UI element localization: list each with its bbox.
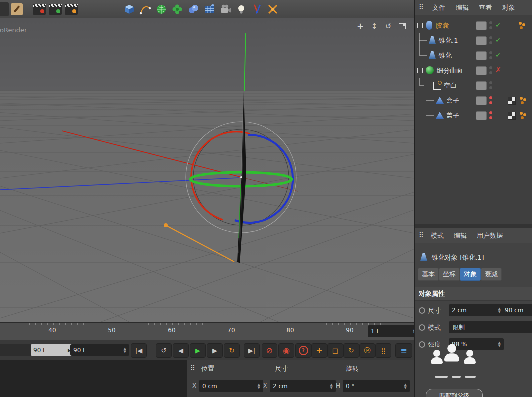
- layer-chip[interactable]: [476, 111, 487, 120]
- key-scale-button[interactable]: □: [327, 343, 343, 358]
- timeline-ruler[interactable]: 40 50 60 70 80 90 1 F ▲▼: [0, 322, 414, 340]
- visibility-dots[interactable]: [489, 36, 492, 44]
- deformer-icon[interactable]: [249, 1, 265, 18]
- tree-row-taper[interactable]: 锥化 ✓: [415, 48, 532, 63]
- panel-grip-icon[interactable]: ⠿: [419, 3, 424, 11]
- subdivision-surface-icon[interactable]: [153, 1, 169, 18]
- object-label[interactable]: 盖子: [446, 111, 459, 120]
- key-parameter-button[interactable]: Ⓟ: [359, 343, 375, 358]
- spinner-arrows-icon[interactable]: ▲▼: [330, 383, 333, 389]
- expand-collapse-toggle[interactable]: [424, 83, 429, 88]
- panel-grip-icon[interactable]: ⠿: [419, 231, 424, 239]
- size-field-2[interactable]: 90 cm ▲▼: [502, 304, 532, 316]
- go-to-end-button[interactable]: ▶|: [244, 343, 260, 358]
- layer-chip[interactable]: [476, 51, 487, 60]
- keyframe-ring-icon[interactable]: [419, 324, 425, 331]
- timeline-window-button[interactable]: ≡: [395, 343, 412, 358]
- tree-row-subdivision-surface[interactable]: 细分曲面 ✗: [415, 63, 532, 78]
- visibility-dots[interactable]: [489, 66, 492, 74]
- texture-tag-icon[interactable]: [508, 112, 516, 120]
- enabled-check-icon[interactable]: ✓: [495, 21, 501, 29]
- go-to-start-button[interactable]: |◀: [131, 343, 147, 358]
- disabled-x-icon[interactable]: ✗: [495, 66, 501, 74]
- am-menu-edit[interactable]: 编辑: [454, 231, 467, 240]
- tab-basic[interactable]: 基本: [418, 268, 439, 281]
- previous-frame-button[interactable]: ◀: [173, 343, 189, 358]
- spline-pen-icon[interactable]: [137, 1, 153, 18]
- record-options-button[interactable]: ?: [295, 343, 311, 358]
- mode-dropdown[interactable]: 限制 ▼: [449, 321, 532, 333]
- tree-row-taper1[interactable]: 锥化.1 ✓: [415, 33, 532, 48]
- tree-row-lid[interactable]: 盖子: [415, 108, 532, 123]
- spinner-arrows-icon[interactable]: ▲▼: [498, 341, 501, 347]
- end-frame-field[interactable]: 90 F ▲▼: [70, 344, 129, 356]
- tree-row-null[interactable]: 空白: [415, 78, 532, 93]
- size-field[interactable]: 2 cm ▲▼: [449, 304, 504, 316]
- viewport-pan-button[interactable]: +: [355, 21, 365, 31]
- current-frame-field[interactable]: 1 F ▲▼: [368, 325, 419, 337]
- object-label[interactable]: 锥化.1: [439, 36, 458, 45]
- enabled-check-icon[interactable]: ✓: [495, 36, 501, 44]
- key-pla-button[interactable]: ⣿: [375, 343, 391, 358]
- coordinates-icon[interactable]: Z: [0, 1, 9, 18]
- expand-collapse-toggle[interactable]: [417, 23, 423, 28]
- key-rotation-button[interactable]: ↻: [343, 343, 359, 358]
- previous-key-button[interactable]: ↺: [156, 343, 172, 358]
- visibility-dots[interactable]: [489, 81, 492, 89]
- tree-row-box[interactable]: 盒子: [415, 93, 532, 108]
- viewport-rotate-button[interactable]: ↺: [383, 21, 393, 31]
- expand-collapse-toggle[interactable]: [417, 68, 423, 73]
- modeling-objects-icon[interactable]: [169, 1, 185, 18]
- visibility-dots-hidden[interactable]: [489, 96, 492, 104]
- spinner-arrows-icon[interactable]: ▲▼: [124, 347, 126, 353]
- autokey-button[interactable]: ◉: [278, 343, 294, 358]
- layer-chip[interactable]: [476, 81, 487, 90]
- object-label[interactable]: 空白: [444, 81, 457, 90]
- spinner-arrows-icon[interactable]: ▲▼: [258, 383, 260, 389]
- phong-tag-icon[interactable]: [520, 97, 523, 100]
- light-icon[interactable]: [233, 1, 249, 18]
- object-label[interactable]: 盒子: [446, 96, 459, 105]
- panel-grip-icon[interactable]: ⠿: [190, 364, 195, 372]
- keyframe-ring-icon[interactable]: [419, 341, 425, 348]
- tab-coordinates[interactable]: 坐标: [439, 268, 460, 281]
- render-picture-viewer-icon[interactable]: [47, 1, 63, 18]
- visibility-dots[interactable]: [489, 51, 492, 59]
- phong-tag-icon[interactable]: [520, 112, 523, 115]
- phong-tag-icon[interactable]: [519, 22, 522, 25]
- next-frame-button[interactable]: ▶: [207, 343, 223, 358]
- render-settings-icon[interactable]: [63, 1, 79, 18]
- next-key-button[interactable]: ↻: [224, 343, 240, 358]
- layer-chip[interactable]: [476, 36, 487, 45]
- key-position-button[interactable]: +: [311, 343, 327, 358]
- range-end-handle[interactable]: 90 F▶: [31, 344, 74, 356]
- viewport-3d-view[interactable]: oRender + ↕ ↺: [0, 18, 414, 322]
- object-label[interactable]: 细分曲面: [437, 66, 463, 75]
- spinner-arrows-icon[interactable]: ▲▼: [498, 307, 501, 313]
- viewport-toggle-button[interactable]: [397, 21, 407, 31]
- am-menu-mode[interactable]: 模式: [431, 231, 444, 240]
- fit-to-parent-button[interactable]: 匹配到父级: [426, 389, 483, 397]
- primitive-cube-icon[interactable]: [121, 1, 137, 18]
- visibility-dots[interactable]: [489, 21, 492, 29]
- rotation-h-field[interactable]: 0 ° ▲▼: [343, 380, 410, 392]
- render-view-icon[interactable]: [31, 1, 47, 18]
- am-menu-userdata[interactable]: 用户数据: [477, 231, 503, 240]
- record-button[interactable]: ⊘: [262, 343, 277, 358]
- object-label[interactable]: 锥化: [439, 51, 452, 60]
- om-menu-edit[interactable]: 编辑: [456, 3, 469, 12]
- layer-chip[interactable]: [476, 66, 487, 75]
- enabled-check-icon[interactable]: ✓: [495, 51, 501, 59]
- om-menu-file[interactable]: 文件: [432, 3, 445, 12]
- om-menu-view[interactable]: 查看: [479, 3, 492, 12]
- tab-falloff[interactable]: 衰减: [481, 268, 502, 281]
- size-x-field[interactable]: 2 cm ▲▼: [270, 380, 336, 392]
- play-button[interactable]: ▶: [190, 343, 206, 358]
- workplane-axis-icon[interactable]: [265, 1, 281, 18]
- position-x-field[interactable]: 0 cm ▲▼: [199, 380, 263, 392]
- object-label[interactable]: 胶囊: [436, 21, 449, 30]
- viewport-zoom-button[interactable]: ↕: [369, 21, 379, 31]
- volume-builder-icon[interactable]: [185, 1, 201, 18]
- tab-object[interactable]: 对象: [460, 268, 481, 281]
- layer-chip[interactable]: [476, 21, 487, 30]
